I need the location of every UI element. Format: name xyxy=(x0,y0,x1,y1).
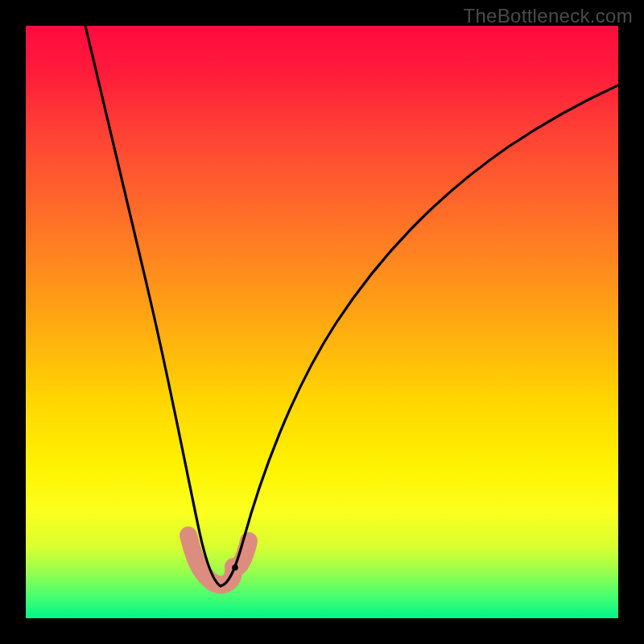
curve-right-branch xyxy=(221,85,618,586)
chart-frame: TheBottleneck.com xyxy=(0,0,644,644)
dot-marker xyxy=(232,564,238,571)
plot-area xyxy=(26,26,618,618)
curve-layer xyxy=(26,26,618,618)
curve-left-branch xyxy=(85,26,221,586)
highlight-segment xyxy=(188,535,249,585)
watermark-text: TheBottleneck.com xyxy=(463,5,633,27)
